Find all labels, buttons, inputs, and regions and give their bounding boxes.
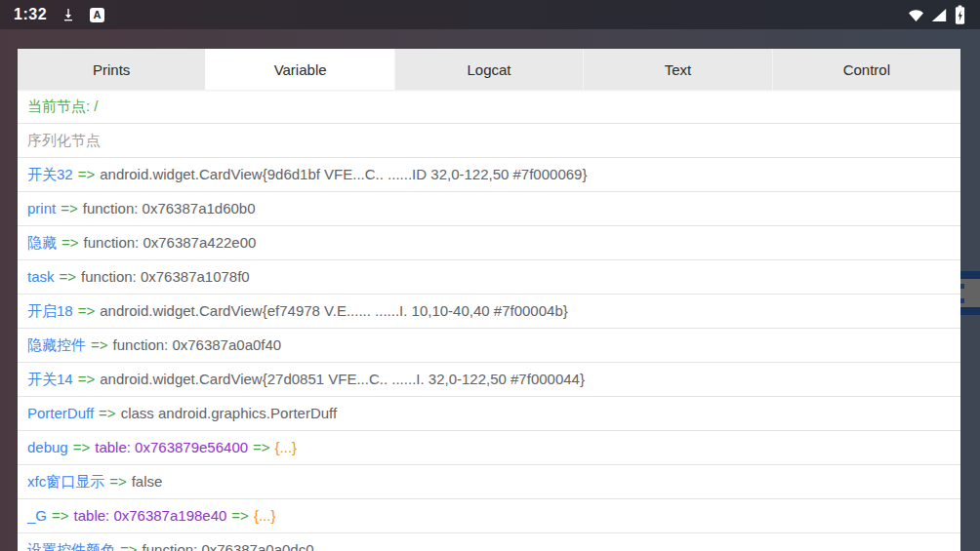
clock: 1:32: [14, 6, 47, 23]
segment-value: android.widget.CardView{9d6d1bf VFE...C.…: [100, 166, 587, 182]
wifi-icon: [908, 8, 924, 22]
tab-control[interactable]: Control: [772, 49, 960, 90]
list-item[interactable]: 序列化节点: [18, 124, 960, 158]
tab-logcat[interactable]: Logcat: [394, 49, 583, 90]
letter-a-icon: A: [90, 8, 104, 22]
segment-name: task: [27, 268, 55, 285]
tab-variable[interactable]: Variable: [205, 49, 393, 90]
segment-arrow: =>: [61, 200, 78, 216]
segment-arrow: =>: [73, 439, 91, 455]
list-item[interactable]: xfc窗口显示=>false: [18, 465, 960, 499]
list-item[interactable]: 设置控件颜色=>function: 0x76387a0a0dc0: [18, 533, 960, 551]
segment-value: function: 0x76387a422e00: [84, 234, 257, 251]
floating-window-bottombar: [960, 307, 980, 315]
download-icon: [61, 7, 76, 22]
floating-window-fragment: [960, 271, 980, 315]
segment-name: print: [27, 200, 56, 216]
list-item[interactable]: 隐藏控件=>function: 0x76387a0a0f40: [18, 329, 960, 363]
segment-arrow: =>: [52, 507, 69, 524]
segment-name: 隐藏: [27, 234, 57, 251]
status-bar-right: [908, 4, 966, 25]
list-item[interactable]: 隐藏=>function: 0x76387a422e00: [18, 226, 960, 260]
debug-console-card: PrintsVariableLogcatTextControl 当前节点: /序…: [18, 49, 960, 551]
segment-value: false: [132, 473, 163, 490]
segment-arrow: =>: [91, 336, 108, 353]
segment-arrow: =>: [253, 439, 270, 455]
segment-name: xfc窗口显示: [27, 473, 104, 490]
floating-window-body: [960, 279, 980, 307]
tab-prints[interactable]: Prints: [18, 49, 205, 90]
segment-arrow: =>: [109, 473, 127, 490]
status-bar-left: 1:32 A: [14, 6, 104, 23]
variable-list: 当前节点: /序列化节点开关32=>android.widget.CardVie…: [18, 90, 960, 551]
list-item[interactable]: print=>function: 0x76387a1d60b0: [18, 192, 960, 226]
tab-text[interactable]: Text: [583, 49, 771, 90]
segment-value: class android.graphics.PorterDuff: [121, 405, 338, 421]
cell-signal-icon: [931, 8, 947, 22]
segment-arrow: =>: [60, 268, 77, 285]
segment-value: android.widget.CardView{ef74978 V.E.....…: [100, 302, 568, 319]
floating-window-titlebar: [960, 271, 980, 279]
list-item[interactable]: 开关14=>android.widget.CardView{27d0851 VF…: [18, 363, 960, 397]
segment-name: PorterDuff: [27, 405, 94, 421]
segment-name: 隐藏控件: [27, 336, 86, 353]
segment-name: 开关14: [27, 371, 73, 387]
segment-green: 当前节点: /: [27, 98, 99, 114]
segment-name: 开关32: [27, 166, 73, 182]
segment-name: 开启18: [27, 302, 73, 319]
status-bar: 1:32 A: [0, 0, 980, 29]
segment-arrow: =>: [78, 371, 96, 387]
list-item[interactable]: 开关32=>android.widget.CardView{9d6d1bf VF…: [18, 158, 960, 192]
list-item[interactable]: debug=>table: 0x763879e56400=>{...}: [18, 431, 960, 465]
tab-bar: PrintsVariableLogcatTextControl: [18, 49, 960, 90]
segment-value: function: 0x76387a0a0dc0: [143, 541, 314, 551]
list-item[interactable]: 开启18=>android.widget.CardView{ef74978 V.…: [18, 295, 960, 329]
segment-table: table: 0x763879e56400: [95, 439, 248, 455]
segment-arrow: =>: [120, 541, 138, 551]
segment-arrow: =>: [231, 507, 249, 524]
segment-arrow: =>: [99, 405, 116, 421]
screen: 1:32 A: [0, 0, 980, 551]
segment-brace: {...}: [275, 439, 298, 455]
segment-brace: {...}: [254, 507, 276, 524]
segment-value: android.widget.CardView{27d0851 VFE...C.…: [100, 371, 585, 387]
segment-name: debug: [27, 439, 68, 455]
segment-value: function: 0x76387a0a0f40: [113, 336, 282, 353]
segment-arrow: =>: [78, 166, 96, 182]
segment-name: _G: [27, 507, 47, 524]
segment-muted: 序列化节点: [27, 132, 101, 148]
battery-charging-icon: [954, 4, 966, 25]
list-item[interactable]: task=>function: 0x76387a1078f0: [18, 260, 960, 295]
segment-arrow: =>: [61, 234, 79, 251]
list-item[interactable]: 当前节点: /: [18, 90, 960, 124]
segment-name: 设置控件颜色: [27, 541, 115, 551]
list-item[interactable]: _G=>table: 0x76387a198e40=>{...}: [18, 499, 960, 533]
segment-value: function: 0x76387a1d60b0: [83, 200, 256, 216]
list-item[interactable]: PorterDuff=>class android.graphics.Porte…: [18, 397, 960, 431]
segment-arrow: =>: [78, 302, 96, 319]
segment-table: table: 0x76387a198e40: [74, 507, 227, 524]
segment-value: function: 0x76387a1078f0: [81, 268, 250, 285]
